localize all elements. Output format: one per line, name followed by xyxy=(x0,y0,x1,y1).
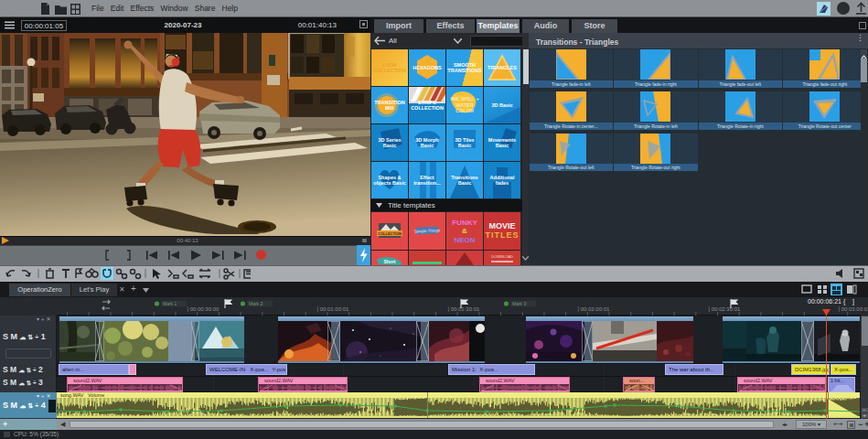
svg-text:Mark 2: Mark 2 xyxy=(249,301,263,306)
svg-text:Mark 1: Mark 1 xyxy=(163,301,177,306)
svg-text:Mark 3: Mark 3 xyxy=(512,301,527,306)
